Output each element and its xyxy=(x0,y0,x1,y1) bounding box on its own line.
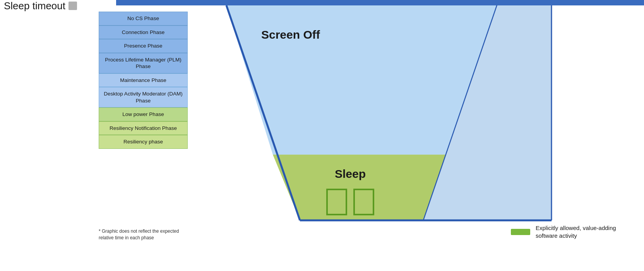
phase-item-connection: Connection Phase xyxy=(99,26,188,39)
legend-area: Explicitly allowed, value-adding softwar… xyxy=(511,224,621,239)
diagram-area: Screen Off Sleep xyxy=(215,0,563,255)
phase-item-low-power: Low power Phase xyxy=(99,107,188,121)
phase-item-resiliency-notification: Resiliency Notification Phase xyxy=(99,121,188,135)
phase-item-maintenance: Maintenance Phase xyxy=(99,73,188,87)
sleep-fill xyxy=(273,155,451,220)
sleep-timeout-label: Sleep timeout xyxy=(0,0,65,12)
phase-item-dam: Desktop Activity Moderator (DAM) Phase xyxy=(99,87,188,107)
phase-item-plm: Process Lifetime Manager (PLM) Phase xyxy=(99,53,188,73)
sleep-text: Sleep xyxy=(335,167,366,180)
legend-text: Explicitly allowed, value-adding softwar… xyxy=(536,224,621,239)
phase-item-presence: Presence Phase xyxy=(99,39,188,53)
sleep-timeout-icon xyxy=(69,2,77,10)
footnote: * Graphic does not reflect the expected … xyxy=(99,228,188,241)
phase-list: No CS PhaseConnection PhasePresence Phas… xyxy=(99,12,188,149)
legend-swatch xyxy=(511,229,530,235)
funnel-diagram: Screen Off Sleep xyxy=(215,0,563,255)
phase-item-no-cs: No CS Phase xyxy=(99,12,188,26)
phase-item-resiliency: Resiliency phase xyxy=(99,135,188,149)
screen-off-text: Screen Off xyxy=(261,28,320,41)
